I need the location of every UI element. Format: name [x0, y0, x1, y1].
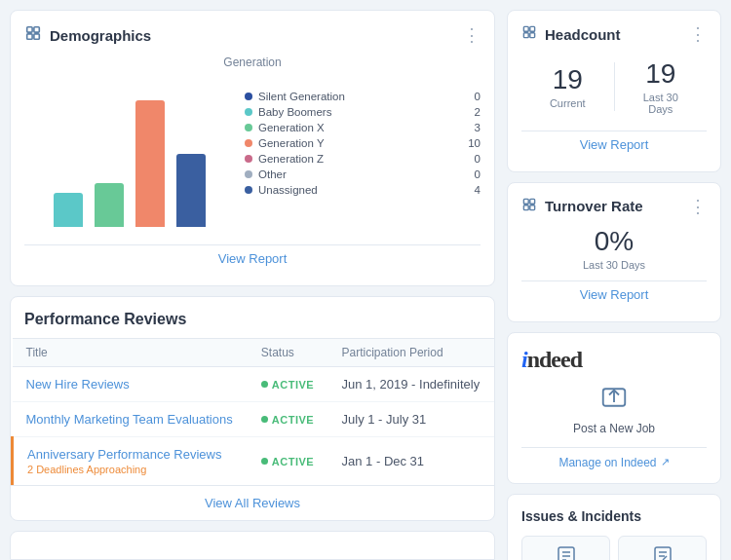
indeed-post-job: Post a New Job — [521, 383, 707, 443]
svg-rect-10 — [523, 205, 528, 210]
legend-label-gen-z: Generation Z — [258, 153, 459, 165]
headcount-last30-block: 19 Last 30 Days — [615, 54, 708, 121]
performance-reviews-table: Title Status Participation Period New Hi… — [11, 338, 494, 485]
post-job-icon — [599, 383, 629, 418]
legend-dot-unassigned — [245, 186, 252, 194]
legend-label-gen-y: Generation Y — [258, 137, 459, 149]
table-row: Monthly Marketing Team Evaluations ACTIV… — [13, 402, 495, 437]
headcount-last30-label: Last 30 Days — [635, 92, 688, 115]
view-all-reviews-button[interactable]: View All Reviews — [11, 485, 494, 520]
indeed-manage-divider: Manage on Indeed ↗ — [521, 447, 707, 469]
status-label: ACTIVE — [272, 379, 314, 391]
svg-rect-0 — [27, 27, 32, 32]
table-header-row: Title Status Participation Period — [13, 339, 495, 367]
status-cell: ACTIVE — [248, 437, 328, 486]
demographics-card: Demographics ⋮ Generation Silent Generat… — [10, 10, 495, 286]
svg-rect-1 — [34, 27, 39, 32]
review-link-anniversary[interactable]: Anniversary Performance Reviews — [27, 447, 221, 462]
headcount-icon — [521, 24, 537, 44]
legend-count-gen-z: 0 — [465, 153, 481, 165]
table-row: New Hire Reviews ACTIVE Jun 1, 2019 - In… — [13, 367, 495, 402]
turnover-icon — [521, 197, 537, 216]
legend-other: Other 0 — [245, 168, 481, 180]
legend-count-gen-y: 10 — [465, 137, 481, 149]
legend-label-silent: Silent Generation — [258, 91, 459, 102]
legend-gen-y: Generation Y 10 — [245, 137, 481, 149]
deadline-text: 2 Deadlines Approaching — [27, 464, 234, 475]
status-cell: ACTIVE — [248, 402, 328, 437]
status-badge-active: ACTIVE — [261, 414, 315, 426]
status-label: ACTIVE — [272, 456, 314, 467]
review-issues-button[interactable]: Review Issues — [521, 536, 610, 560]
demographics-icon — [24, 24, 42, 46]
demographics-title: Demographics — [50, 27, 151, 44]
status-badge-active: ACTIVE — [261, 456, 315, 467]
status-label: ACTIVE — [272, 414, 314, 426]
review-title-cell: Monthly Marketing Team Evaluations — [13, 402, 248, 437]
legend-count-other: 0 — [465, 168, 481, 180]
turnover-rate-card: Turnover Rate ⋮ 0% Last 30 Days View Rep… — [507, 182, 721, 322]
turnover-menu-button[interactable]: ⋮ — [689, 198, 707, 215]
legend-count-gen-x: 3 — [465, 122, 481, 133]
legend-label-baby-boomers: Baby Boomers — [258, 106, 459, 118]
legend-dot-gen-z — [245, 155, 252, 163]
chart-legend: Silent Generation 0 Baby Boomers 2 Gener… — [225, 81, 481, 196]
headcount-current-value: 19 — [541, 65, 595, 95]
demographics-menu-button[interactable]: ⋮ — [463, 26, 481, 44]
headcount-view-report-button[interactable]: View Report — [521, 131, 707, 158]
headcount-title-group: Headcount — [521, 24, 621, 44]
performance-reviews-header: Performance Reviews — [11, 297, 494, 338]
status-dot — [261, 458, 268, 465]
review-link-new-hire[interactable]: New Hire Reviews — [26, 377, 130, 392]
legend-unassigned: Unassigned 4 — [245, 184, 481, 196]
bar-baby-boomers — [54, 193, 83, 227]
review-link-monthly[interactable]: Monthly Marketing Team Evaluations — [26, 412, 233, 427]
svg-rect-7 — [530, 33, 535, 38]
col-title: Title — [13, 339, 248, 367]
legend-dot-baby-boomers — [245, 108, 252, 116]
issues-card: Issues & Incidents Review Issues — [507, 494, 721, 560]
period-cell: Jun 1, 2019 - Indefinitely — [328, 367, 494, 402]
performance-reviews-card: Performance Reviews Title Status Partici… — [10, 296, 495, 521]
col-status: Status — [248, 339, 328, 367]
bar-gen-y — [135, 100, 165, 227]
headcount-menu-button[interactable]: ⋮ — [689, 25, 707, 43]
svg-rect-4 — [523, 26, 528, 31]
svg-rect-6 — [523, 33, 528, 38]
demographics-view-report-button[interactable]: View Report — [24, 244, 481, 272]
headcount-current-block: 19 Current — [521, 59, 614, 115]
svg-rect-2 — [27, 34, 32, 39]
headcount-card: Headcount ⋮ 19 Current 19 Last 30 Days V… — [507, 10, 721, 172]
legend-label-other: Other — [258, 168, 459, 180]
legend-count-baby-boomers: 2 — [465, 106, 481, 118]
legend-silent: Silent Generation 0 — [245, 91, 481, 102]
headcount-current-label: Current — [541, 97, 595, 109]
svg-rect-8 — [523, 199, 528, 204]
indeed-card: indeed Post a New Job Manage on Indeed ↗ — [507, 332, 721, 484]
demographics-title-group: Demographics — [24, 24, 151, 46]
legend-count-silent: 0 — [465, 91, 481, 102]
period-cell: Jan 1 - Dec 31 — [328, 437, 494, 486]
legend-count-unassigned: 4 — [465, 184, 481, 196]
legend-gen-z: Generation Z 0 — [245, 153, 481, 165]
legend-gen-x: Generation X 3 — [245, 122, 481, 133]
post-job-label: Post a New Job — [573, 422, 655, 435]
legend-dot-gen-y — [245, 139, 252, 147]
turnover-period: Last 30 Days — [521, 259, 707, 271]
col-period: Participation Period — [328, 339, 494, 367]
svg-rect-3 — [34, 34, 39, 39]
status-badge-active: ACTIVE — [261, 379, 315, 391]
bottom-card — [10, 531, 495, 560]
turnover-view-report-button[interactable]: View Report — [521, 280, 707, 308]
bar-unassigned — [176, 154, 206, 227]
submit-issue-button[interactable]: Submit an Issue — [618, 536, 707, 560]
issues-buttons-group: Review Issues Submit an Issue — [521, 536, 707, 560]
manage-indeed-link[interactable]: Manage on Indeed ↗ — [521, 456, 707, 469]
status-dot — [261, 416, 268, 423]
legend-dot-other — [245, 170, 252, 178]
headcount-header: Headcount ⋮ — [521, 24, 707, 44]
svg-rect-18 — [655, 547, 671, 560]
bar-chart — [24, 81, 225, 227]
chart-title: Generation — [24, 56, 481, 69]
status-cell: ACTIVE — [248, 367, 328, 402]
